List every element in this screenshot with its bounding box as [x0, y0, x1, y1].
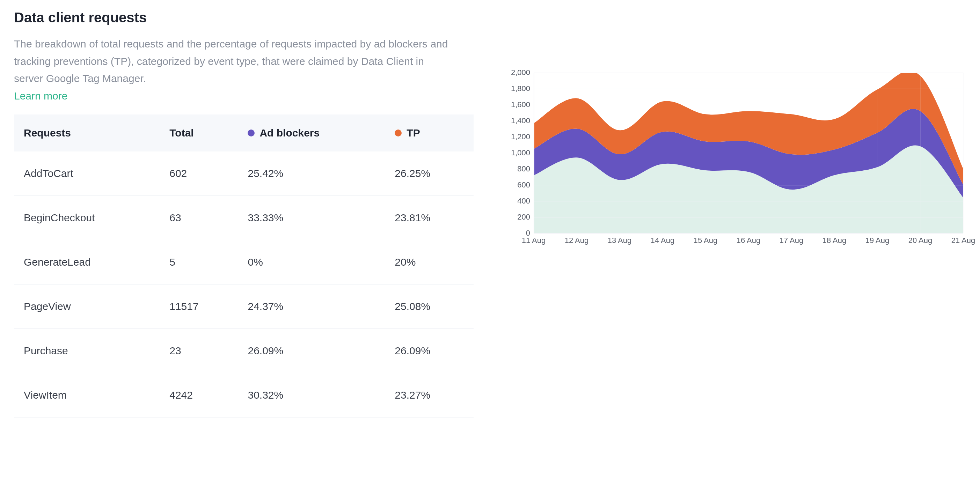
table-cell: 30.32%	[238, 373, 385, 417]
table-cell: 5	[160, 240, 238, 284]
table-row: Purchase2326.09%26.09%	[14, 329, 474, 373]
y-axis-tick: 200	[517, 213, 530, 222]
x-axis-tick: 20 Aug	[908, 236, 932, 245]
table-row: ViewItem424230.32%23.27%	[14, 373, 474, 417]
learn-more-link[interactable]: Learn more	[14, 90, 67, 102]
x-axis-tick: 18 Aug	[822, 236, 846, 245]
y-axis-tick: 2,000	[511, 68, 530, 77]
col-header-tp: TP	[385, 114, 474, 151]
x-axis-tick: 19 Aug	[865, 236, 889, 245]
table-cell: 26.25%	[385, 151, 474, 196]
col-header-ad-blockers-label: Ad blockers	[259, 127, 320, 138]
dot-icon	[248, 129, 255, 137]
y-axis-tick: 600	[517, 180, 530, 189]
page-title: Data client requests	[14, 10, 474, 25]
table-row: BeginCheckout6333.33%23.81%	[14, 196, 474, 240]
table-header-row: Requests Total Ad blockers TP	[14, 114, 474, 151]
y-axis-tick: 1,400	[511, 116, 530, 125]
x-axis-tick: 11 Aug	[522, 236, 546, 245]
requests-area-chart: 02004006008001,0001,2001,4001,6001,8002,…	[501, 73, 966, 261]
col-header-total: Total	[160, 114, 238, 151]
table-cell: ViewItem	[14, 373, 160, 417]
table-cell: 23.81%	[385, 196, 474, 240]
col-header-ad-blockers: Ad blockers	[238, 114, 385, 151]
y-axis-tick: 800	[517, 164, 530, 173]
requests-table: Requests Total Ad blockers TP AddToCart6…	[14, 114, 474, 418]
table-cell: 0%	[238, 240, 385, 284]
table-row: GenerateLead50%20%	[14, 240, 474, 284]
page-description: The breakdown of total requests and the …	[14, 35, 454, 87]
dot-icon	[395, 129, 402, 137]
x-axis-tick: 12 Aug	[565, 236, 589, 245]
y-axis-tick: 1,000	[511, 148, 530, 157]
table-cell: 33.33%	[238, 196, 385, 240]
table-cell: 11517	[160, 284, 238, 329]
table-cell: AddToCart	[14, 151, 160, 196]
table-cell: 23	[160, 329, 238, 373]
table-cell: 24.37%	[238, 284, 385, 329]
x-axis-tick: 16 Aug	[737, 236, 760, 245]
table-row: PageView1151724.37%25.08%	[14, 284, 474, 329]
table-cell: 602	[160, 151, 238, 196]
table-cell: 63	[160, 196, 238, 240]
col-header-requests: Requests	[14, 114, 160, 151]
y-axis-tick: 1,200	[511, 132, 530, 141]
table-cell: 25.08%	[385, 284, 474, 329]
y-axis-tick: 1,600	[511, 100, 530, 109]
col-header-tp-label: TP	[407, 127, 420, 138]
x-axis-tick: 17 Aug	[780, 236, 803, 245]
x-axis-tick: 15 Aug	[694, 236, 718, 245]
table-cell: BeginCheckout	[14, 196, 160, 240]
table-cell: GenerateLead	[14, 240, 160, 284]
table-cell: 20%	[385, 240, 474, 284]
x-axis-tick: 14 Aug	[651, 236, 675, 245]
y-axis-tick: 400	[517, 197, 530, 206]
x-axis-tick: 21 Aug	[951, 236, 975, 245]
table-cell: 26.09%	[238, 329, 385, 373]
table-row: AddToCart60225.42%26.25%	[14, 151, 474, 196]
table-cell: 23.27%	[385, 373, 474, 417]
table-cell: Purchase	[14, 329, 160, 373]
table-cell: PageView	[14, 284, 160, 329]
y-axis-tick: 1,800	[511, 84, 530, 93]
table-cell: 4242	[160, 373, 238, 417]
table-cell: 26.09%	[385, 329, 474, 373]
x-axis-tick: 13 Aug	[608, 236, 632, 245]
table-cell: 25.42%	[238, 151, 385, 196]
